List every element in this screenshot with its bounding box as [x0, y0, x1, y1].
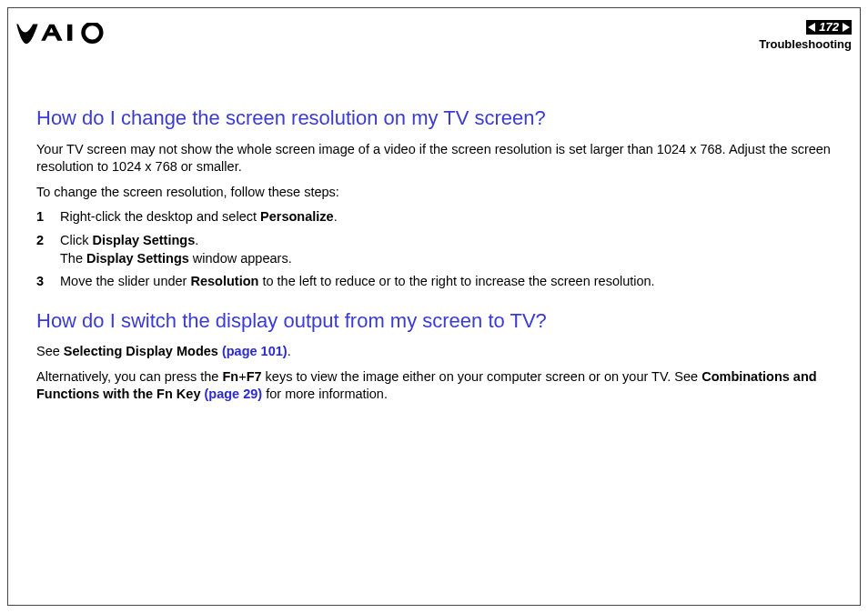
step-number: 2 — [36, 232, 60, 267]
alternative-paragraph: Alternatively, you can press the Fn+F7 k… — [36, 368, 832, 404]
step-1: 1 Right-click the desktop and select Per… — [36, 208, 832, 226]
next-page-icon[interactable] — [843, 23, 850, 32]
step-body: Right-click the desktop and select Perso… — [60, 208, 832, 226]
page-number-badge[interactable]: 172 — [806, 20, 852, 35]
prev-page-icon[interactable] — [808, 23, 815, 32]
svg-rect-0 — [67, 25, 72, 41]
page-101-link[interactable]: (page 101) — [222, 344, 288, 358]
step-3: 3 Move the slider under Resolution to th… — [36, 273, 832, 291]
page-content: How do I change the screen resolution on… — [36, 105, 832, 411]
intro-paragraph: Your TV screen may not show the whole sc… — [36, 141, 832, 176]
section-name: Troubleshooting — [759, 37, 852, 51]
svg-point-1 — [84, 24, 102, 42]
step-number: 3 — [36, 273, 60, 291]
page-number: 172 — [819, 20, 839, 34]
header-right: 172 Troubleshooting — [759, 19, 852, 51]
heading-screen-resolution: How do I change the screen resolution on… — [36, 105, 832, 132]
steps-lead-in: To change the screen resolution, follow … — [36, 184, 832, 202]
page-29-link[interactable]: (page 29) — [204, 387, 262, 401]
see-reference-paragraph: See Selecting Display Modes (page 101). — [36, 343, 832, 361]
steps-list: 1 Right-click the desktop and select Per… — [36, 208, 832, 290]
step-body: Move the slider under Resolution to the … — [60, 273, 832, 291]
step-2: 2 Click Display Settings. The Display Se… — [36, 232, 832, 267]
heading-switch-display: How do I switch the display output from … — [36, 307, 832, 335]
page-header: 172 Troubleshooting — [16, 16, 852, 53]
vaio-logo-icon — [16, 23, 116, 46]
step-number: 1 — [36, 208, 60, 226]
step-body: Click Display Settings. The Display Sett… — [60, 232, 832, 267]
